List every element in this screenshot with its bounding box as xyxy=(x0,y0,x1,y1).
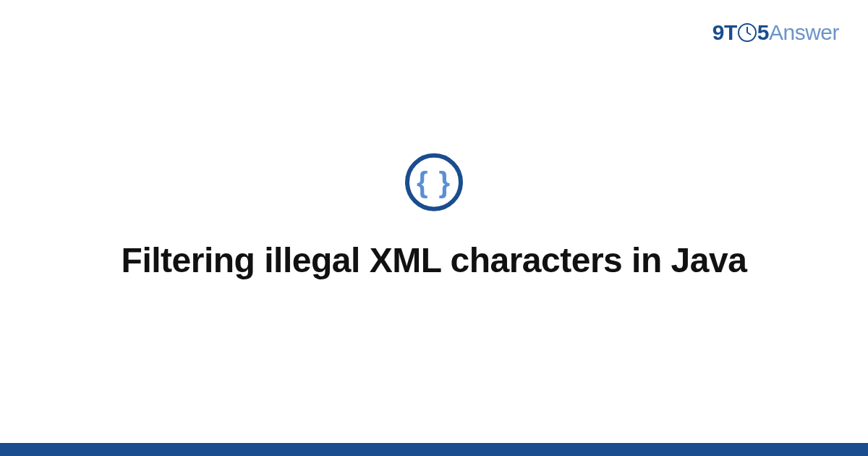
logo-five: 5 xyxy=(757,20,769,44)
site-logo: 9T5Answer xyxy=(712,20,839,45)
logo-answer: Answer xyxy=(769,20,839,44)
braces-icon: { } xyxy=(417,168,451,197)
hero-block: { } Filtering illegal XML characters in … xyxy=(0,153,868,282)
footer-bar xyxy=(0,443,868,456)
clock-icon xyxy=(738,23,757,42)
logo-nine: 9 xyxy=(712,20,724,44)
page-title: Filtering illegal XML characters in Java xyxy=(43,239,825,282)
code-badge: { } xyxy=(405,153,463,211)
logo-t: T xyxy=(724,20,737,44)
